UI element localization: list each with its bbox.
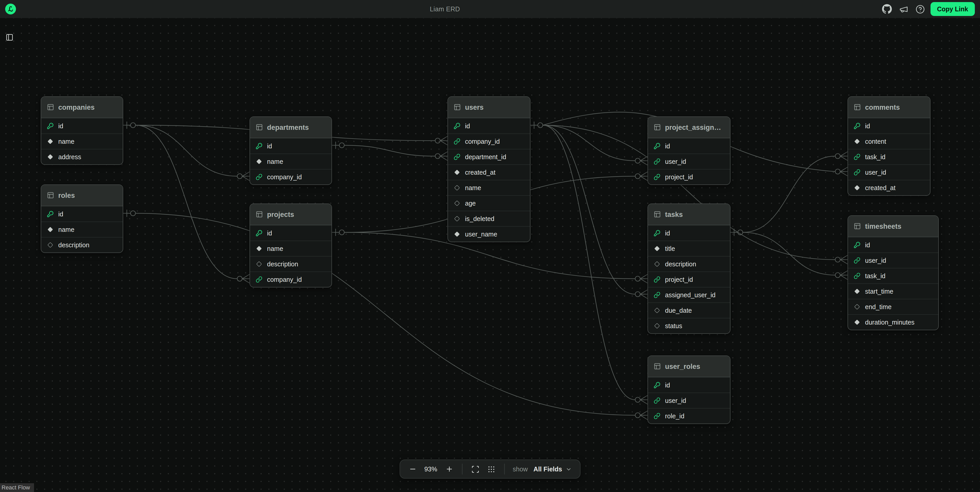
- github-button[interactable]: [880, 3, 893, 16]
- field-row-user_roles-user_id[interactable]: user_id: [648, 392, 730, 408]
- field-row-timesheets-user_id[interactable]: user_id: [848, 252, 938, 268]
- field-row-comments-id[interactable]: id: [848, 118, 930, 133]
- field-row-roles-name[interactable]: name: [41, 222, 123, 237]
- edge-users-to-tasks-assigned_user_id[interactable]: [543, 125, 635, 294]
- field-row-projects-company_id[interactable]: company_id: [250, 271, 331, 287]
- edge-roles-to-user_roles-role_id[interactable]: [135, 213, 635, 415]
- field-name: id: [267, 230, 272, 237]
- table-header-tasks[interactable]: tasks: [648, 204, 730, 225]
- not-null-diamond-icon: [453, 231, 460, 238]
- field-row-project_assignments-project_id[interactable]: project_id: [648, 169, 730, 184]
- erd-canvas[interactable]: companies id name address roles id name …: [0, 18, 980, 492]
- table-header-user_roles[interactable]: user_roles: [648, 356, 730, 377]
- field-row-project_assignments-user_id[interactable]: user_id: [648, 154, 730, 169]
- field-filter-dropdown[interactable]: All Fields: [533, 464, 573, 474]
- table-node-users[interactable]: users id company_id department_id create…: [447, 96, 530, 242]
- help-button[interactable]: [914, 3, 926, 15]
- field-row-users-id[interactable]: id: [448, 118, 530, 133]
- field-row-projects-name[interactable]: name: [250, 241, 331, 256]
- field-row-companies-id[interactable]: id: [41, 118, 123, 133]
- field-row-tasks-assigned_user_id[interactable]: assigned_user_id: [648, 287, 730, 302]
- field-row-departments-name[interactable]: name: [250, 154, 331, 169]
- table-node-projects[interactable]: projects id name description company_id: [250, 203, 332, 287]
- table-node-companies[interactable]: companies id name address: [41, 96, 123, 165]
- field-row-timesheets-end_time[interactable]: end_time: [848, 299, 938, 314]
- zoom-out-button[interactable]: [407, 463, 418, 475]
- field-row-users-created_at[interactable]: created_at: [448, 164, 530, 180]
- table-name: project_assignments: [665, 124, 724, 131]
- tidy-up-button[interactable]: [485, 463, 497, 475]
- field-row-comments-task_id[interactable]: task_id: [848, 149, 930, 164]
- field-row-tasks-id[interactable]: id: [648, 225, 730, 241]
- table-header-projects[interactable]: projects: [250, 204, 331, 225]
- table-header-comments[interactable]: comments: [848, 97, 930, 118]
- field-row-comments-content[interactable]: content: [848, 133, 930, 149]
- field-row-tasks-due_date[interactable]: due_date: [648, 302, 730, 318]
- edge-tasks-to-comments-task_id[interactable]: [743, 156, 835, 232]
- foreign-key-icon: [854, 154, 861, 160]
- liam-logo-icon[interactable]: ℒ: [5, 3, 16, 14]
- field-row-project_assignments-id[interactable]: id: [648, 138, 730, 154]
- field-row-timesheets-start_time[interactable]: start_time: [848, 283, 938, 299]
- table-node-project_assignments[interactable]: project_assignments id user_id project_i…: [648, 116, 730, 185]
- field-row-users-company_id[interactable]: company_id: [448, 133, 530, 149]
- edge-departments-to-users-department_id[interactable]: [344, 145, 435, 156]
- field-row-projects-description[interactable]: description: [250, 256, 331, 271]
- fit-view-button[interactable]: [469, 463, 481, 475]
- field-row-departments-company_id[interactable]: company_id: [250, 169, 331, 184]
- field-row-departments-id[interactable]: id: [250, 138, 331, 154]
- many-cardinality-marker: [435, 136, 447, 145]
- field-row-users-department_id[interactable]: department_id: [448, 149, 530, 164]
- field-row-timesheets-task_id[interactable]: task_id: [848, 268, 938, 283]
- one-cardinality-marker: [123, 209, 135, 217]
- table-header-roles[interactable]: roles: [41, 185, 123, 206]
- edge-companies-to-departments-company_id[interactable]: [135, 125, 237, 176]
- field-name: name: [58, 226, 75, 233]
- field-row-users-age[interactable]: age: [448, 195, 530, 211]
- field-row-users-is_deleted[interactable]: is_deleted: [448, 211, 530, 226]
- table-node-roles[interactable]: roles id name description: [41, 184, 123, 253]
- reactflow-attribution[interactable]: React Flow: [0, 483, 34, 492]
- field-row-tasks-project_id[interactable]: project_id: [648, 271, 730, 287]
- field-row-tasks-title[interactable]: title: [648, 241, 730, 256]
- table-node-comments[interactable]: comments id content task_id user_id crea…: [848, 96, 931, 196]
- field-row-user_roles-role_id[interactable]: role_id: [648, 408, 730, 424]
- header-actions: Copy Link: [880, 2, 975, 16]
- field-row-roles-id[interactable]: id: [41, 206, 123, 222]
- field-row-companies-address[interactable]: address: [41, 149, 123, 164]
- not-null-diamond-icon: [854, 288, 861, 295]
- field-row-users-user_name[interactable]: user_name: [448, 226, 530, 241]
- sidebar-toggle-button[interactable]: [5, 32, 14, 44]
- foreign-key-icon: [654, 397, 660, 404]
- table-header-users[interactable]: users: [448, 97, 530, 118]
- table-header-project_assignments[interactable]: project_assignments: [648, 117, 730, 138]
- field-row-roles-description[interactable]: description: [41, 237, 123, 252]
- field-row-comments-created_at[interactable]: created_at: [848, 180, 930, 195]
- field-row-timesheets-id[interactable]: id: [848, 237, 938, 252]
- table-icon: [47, 192, 54, 199]
- table-header-timesheets[interactable]: timesheets: [848, 216, 938, 237]
- edge-tasks-to-timesheets-task_id[interactable]: [743, 232, 835, 275]
- field-row-user_roles-id[interactable]: id: [648, 377, 730, 392]
- relationship-edges: [0, 18, 980, 492]
- table-node-user_roles[interactable]: user_roles id user_id role_id: [648, 356, 730, 424]
- copy-link-button[interactable]: Copy Link: [930, 2, 975, 16]
- edge-companies-to-projects-company_id[interactable]: [135, 125, 237, 279]
- field-row-tasks-description[interactable]: description: [648, 256, 730, 271]
- field-row-users-name[interactable]: name: [448, 180, 530, 195]
- announcements-button[interactable]: [897, 3, 910, 15]
- zoom-in-button[interactable]: [444, 463, 454, 475]
- help-icon: [915, 5, 924, 14]
- edge-users-to-user_roles-user_id[interactable]: [543, 125, 635, 400]
- table-header-companies[interactable]: companies: [41, 97, 123, 118]
- field-row-timesheets-duration_minutes[interactable]: duration_minutes: [848, 314, 938, 330]
- field-row-tasks-status[interactable]: status: [648, 318, 730, 333]
- field-row-comments-user_id[interactable]: user_id: [848, 164, 930, 180]
- field-row-projects-id[interactable]: id: [250, 225, 331, 241]
- table-node-tasks[interactable]: tasks id title description project_id as…: [648, 203, 730, 334]
- table-header-departments[interactable]: departments: [250, 117, 331, 138]
- table-node-departments[interactable]: departments id name company_id: [250, 116, 332, 185]
- field-row-companies-name[interactable]: name: [41, 133, 123, 149]
- field-name: task_id: [865, 272, 885, 279]
- table-node-timesheets[interactable]: timesheets id user_id task_id start_time…: [848, 215, 939, 330]
